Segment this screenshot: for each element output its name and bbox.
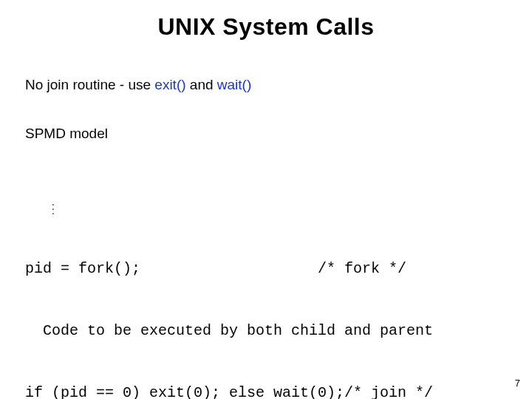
- code-ellipsis-top: ...: [25, 197, 433, 217]
- model-line: SPMD model: [25, 126, 108, 142]
- code-join-line: if (pid == 0) exit(0); else wait(0);/* j…: [25, 383, 433, 399]
- slide-title: UNIX System Calls: [0, 13, 532, 41]
- slide: UNIX System Calls No join routine - use …: [0, 0, 532, 399]
- keyword-exit: exit(): [154, 77, 185, 92]
- page-number: 7: [515, 378, 520, 389]
- code-block: ... pid = fork(); /* fork */ Code to be …: [25, 155, 433, 399]
- code-fork-line: pid = fork(); /* fork */: [25, 259, 433, 279]
- intro-line: No join routine - use exit() and wait(): [25, 77, 251, 93]
- keyword-wait: wait(): [217, 77, 251, 92]
- code-both-line: Code to be executed by both child and pa…: [25, 321, 433, 341]
- intro-mid: and: [186, 77, 217, 92]
- intro-prefix: No join routine - use: [25, 77, 154, 92]
